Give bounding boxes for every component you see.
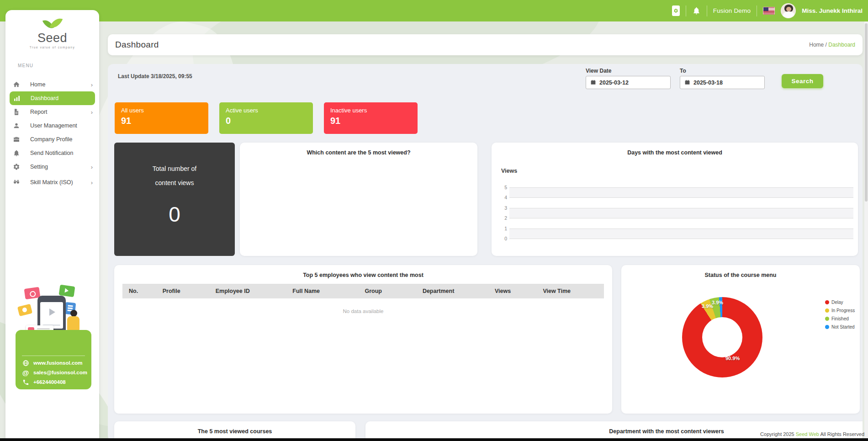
- view-date-label: View Date: [586, 68, 611, 74]
- sidebar-item-skill-matrix[interactable]: Skill Matrix (ISO) ›: [5, 174, 99, 191]
- calendar-icon: [590, 80, 596, 85]
- sidebar-item-setting[interactable]: Setting ›: [5, 160, 99, 174]
- language-flag-us[interactable]: [763, 7, 775, 15]
- page-title: Dashboard: [115, 40, 159, 50]
- chevron-right-icon: ›: [91, 81, 93, 88]
- chevron-right-icon: ›: [91, 109, 93, 116]
- user-name-label[interactable]: Miss. Junekk Inthiral: [802, 7, 863, 14]
- calendar-icon: [684, 80, 690, 85]
- user-icon: [13, 122, 20, 129]
- breadcrumb-home-link[interactable]: Home: [809, 42, 824, 48]
- view-date-input[interactable]: 2025-03-12: [586, 76, 671, 89]
- total-views-value: 0: [114, 202, 235, 227]
- days-most-viewed-chart-card: Days with the most content viewed Views …: [492, 143, 858, 256]
- stat-card-all-users: All users 91: [115, 102, 208, 134]
- copyright-footer: Copyright 2025 Seed Web All Rights Reser…: [760, 431, 864, 437]
- sidebar-item-dashboard[interactable]: Dashboard: [10, 91, 95, 105]
- chart-title: Days with the most content viewed: [492, 143, 858, 156]
- topbar-divider: [686, 5, 686, 16]
- last-update-label: Last Update 3/18/2025, 09:55: [118, 73, 192, 80]
- legend-dot: [825, 308, 829, 313]
- legend-item-finished: Finished: [825, 316, 855, 321]
- legend-dot: [825, 300, 829, 304]
- company-brand-label: Fusion Demo: [713, 7, 751, 14]
- topbar-divider: [757, 5, 757, 16]
- donut-slice-label: 90.9%: [725, 356, 740, 361]
- topbar-divider: [707, 5, 707, 16]
- bar-chart-icon: [13, 95, 21, 102]
- stat-card-active-users: Active users 0: [219, 102, 313, 134]
- legend-item-not-started: Not Started: [825, 324, 855, 329]
- phone-link[interactable]: +6624400408: [22, 378, 66, 386]
- notifications-bell-icon[interactable]: [692, 6, 701, 15]
- breadcrumb: Home / Dashboard: [809, 42, 855, 48]
- chevron-right-icon: ›: [91, 179, 93, 186]
- legend-item-delay: Delay: [825, 300, 855, 305]
- sidebar-item-report[interactable]: Report ›: [5, 105, 99, 119]
- report-file-icon: [13, 108, 20, 116]
- table-title: Top 5 employees who view content the mos…: [114, 265, 612, 278]
- user-avatar[interactable]: [781, 3, 796, 18]
- chart-title: Status of the course menu: [621, 265, 860, 278]
- at-sign-icon: @: [22, 369, 29, 376]
- sidebar-item-user-management[interactable]: User Management: [5, 119, 99, 133]
- bottom-edge-bar: [0, 438, 868, 441]
- card-title: The 5 most viewed courses: [114, 421, 355, 435]
- sidebar-item-company-profile[interactable]: Company Profile: [5, 133, 99, 146]
- donut-slice-label: 3.9%: [712, 300, 723, 305]
- y-tick: 0: [495, 236, 507, 241]
- legend-item-in-progress: In Progress: [825, 308, 855, 313]
- email-link[interactable]: @ sales@fusionsol.com: [22, 369, 87, 376]
- mobile-app-icon[interactable]: [672, 5, 680, 16]
- stat-value: 0: [226, 116, 307, 126]
- sidebar-menu: Home › Dashboard Report › User Managemen…: [5, 78, 99, 191]
- y-tick: 5: [495, 185, 507, 190]
- website-link[interactable]: www.fusionsol.com: [22, 359, 83, 367]
- breadcrumb-current: Dashboard: [828, 42, 855, 48]
- chart-plot-area: 5 4 3 2 1 0: [509, 187, 853, 239]
- table-header-row: No. Profile Employee ID Full Name Group …: [122, 284, 604, 298]
- topbar: Fusion Demo Miss. Junekk Inthiral: [0, 0, 868, 21]
- leaf-logo-icon: [42, 17, 64, 31]
- course-status-card: Status of the course menu 3.9% 3.9% 90.9…: [621, 265, 860, 414]
- logo-wordmark: Seed: [5, 31, 99, 45]
- image-card-graphic: [17, 304, 32, 316]
- menu-section-label: MENU: [18, 63, 33, 68]
- y-tick: 3: [495, 205, 507, 211]
- seed-logo: Seed True value of company: [5, 10, 99, 49]
- footer-brand-link[interactable]: Seed Web: [796, 431, 819, 437]
- sidebar-item-home[interactable]: Home ›: [5, 78, 99, 91]
- search-button[interactable]: Search: [782, 74, 823, 88]
- globe-icon: [22, 359, 29, 367]
- employees-table: No. Profile Employee ID Full Name Group …: [122, 284, 604, 298]
- top-employees-card: Top 5 employees who view content the mos…: [114, 265, 612, 414]
- table-empty-state: No data available: [114, 308, 612, 314]
- sidebar: Seed True value of company MENU Home › D…: [5, 10, 99, 441]
- home-icon: [13, 81, 20, 88]
- vertical-scrollbar: [864, 21, 868, 438]
- donut-chart: [682, 297, 762, 377]
- chart-legend: Delay In Progress Finished Not Started: [825, 300, 855, 333]
- y-axis-label: Views: [501, 168, 517, 174]
- page-header: Dashboard Home / Dashboard: [108, 34, 863, 55]
- chevron-right-icon: ›: [91, 164, 93, 170]
- most-viewed-content-chart-card: Which content are the 5 most viewed?: [240, 143, 477, 256]
- bell-ring-icon: [13, 149, 20, 157]
- logo-tagline: True value of company: [5, 46, 99, 49]
- y-tick: 2: [495, 215, 507, 221]
- briefcase-icon: [13, 136, 20, 143]
- to-label: To: [680, 68, 686, 74]
- stat-value: 91: [121, 116, 202, 126]
- legend-dot: [825, 317, 829, 321]
- chart-title: Which content are the 5 most viewed?: [240, 143, 477, 156]
- y-tick: 1: [495, 226, 507, 231]
- contact-divider: [22, 356, 85, 356]
- to-date-input[interactable]: 2025-03-18: [680, 76, 765, 89]
- sidebar-item-send-notification[interactable]: Send Notification: [5, 146, 99, 160]
- total-content-views-card: Total number of content views 0: [114, 143, 235, 256]
- contact-panel: www.fusionsol.com @ sales@fusionsol.com …: [16, 330, 91, 389]
- scrollbar-thumb[interactable]: [865, 23, 868, 202]
- phone-icon: [22, 378, 29, 386]
- stat-card-inactive-users: Inactive users 91: [324, 102, 418, 134]
- legend-dot: [825, 325, 829, 329]
